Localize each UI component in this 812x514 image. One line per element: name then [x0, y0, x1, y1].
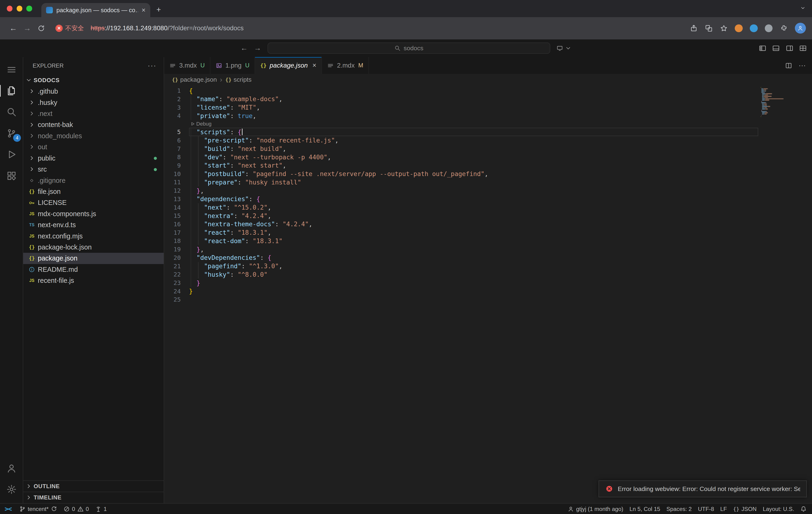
toggle-panel-icon[interactable]	[772, 44, 780, 52]
code-line-20[interactable]: 20 "devDependencies": {	[164, 253, 758, 262]
account-icon[interactable]	[0, 458, 23, 479]
back-button[interactable]: ←	[6, 24, 20, 33]
line-number[interactable]: 12	[164, 187, 189, 194]
split-editor-icon[interactable]	[785, 62, 792, 69]
editor-tab-package.json[interactable]: {}package.json×	[255, 57, 322, 74]
toggle-secondary-sidebar-icon[interactable]	[786, 44, 793, 52]
editor-tab-2.mdx[interactable]: 2.mdxM	[322, 57, 369, 74]
line-number[interactable]: 24	[164, 288, 189, 295]
more-actions-icon[interactable]: ···	[799, 62, 806, 69]
window-minimize-button[interactable]	[17, 6, 22, 11]
line-number[interactable]: 13	[164, 195, 189, 203]
status-git-branch[interactable]: tencent*	[16, 504, 60, 514]
status-indentation[interactable]: Spaces: 2	[663, 504, 695, 514]
browser-tab[interactable]: package.json — sodocs — co… ×	[41, 3, 150, 17]
codelens[interactable]: Debug	[164, 120, 758, 128]
tree-item-recent-file.js[interactable]: JSrecent-file.js	[23, 275, 164, 286]
line-number[interactable]: 7	[164, 145, 189, 152]
forward-button[interactable]: →	[20, 24, 34, 33]
search-sidebar-icon[interactable]	[0, 101, 23, 122]
breadcrumb-item[interactable]: {}scripts	[225, 76, 252, 83]
line-number[interactable]: 22	[164, 271, 189, 278]
security-chip[interactable]: ✕ 不安全	[55, 24, 84, 32]
tree-item-.next[interactable]: .next	[23, 108, 164, 119]
code-line-18[interactable]: 18 "react-dom": "18.3.1"	[164, 237, 758, 245]
explorer-icon[interactable]	[0, 80, 23, 101]
tree-item-mdx-components.js[interactable]: JSmdx-components.js	[23, 208, 164, 219]
status-ports[interactable]: 1	[92, 504, 110, 514]
code-line-21[interactable]: 21 "pagefind": "^1.3.0",	[164, 262, 758, 270]
line-number[interactable]: 2	[164, 95, 189, 102]
extension-icon[interactable]	[765, 24, 773, 32]
breadcrumb-item[interactable]: {}package.json	[172, 76, 217, 83]
tree-item-package.json[interactable]: {}package.json	[23, 253, 164, 264]
code-line-15[interactable]: 15 "nextra": "4.2.4",	[164, 211, 758, 220]
code-editor[interactable]: 1{2 "name": "example-docs",3 "license": …	[164, 85, 812, 503]
line-number[interactable]: 11	[164, 179, 189, 186]
source-control-icon[interactable]: 4	[0, 123, 23, 144]
line-number[interactable]: 16	[164, 221, 189, 228]
tree-item-file.json[interactable]: {}file.json	[23, 186, 164, 197]
menu-icon[interactable]	[0, 59, 23, 80]
code-line-22[interactable]: 22 "husky": "^8.0.0"	[164, 270, 758, 279]
status-git-blame[interactable]: gtjyj (1 month ago)	[564, 504, 627, 514]
tree-item-.husky[interactable]: .husky	[23, 97, 164, 108]
window-close-button[interactable]	[7, 6, 12, 11]
code-line-10[interactable]: 10 "postbuild": "pagefind --site .next/s…	[164, 170, 758, 178]
code-line-25[interactable]: 25	[164, 296, 758, 304]
bookmark-star-icon[interactable]	[720, 24, 728, 32]
code-line-6[interactable]: 6 "pre-script": "node recent-file.js",	[164, 136, 758, 145]
code-line-1[interactable]: 1{	[164, 86, 758, 95]
tree-item-README.md[interactable]: README.md	[23, 264, 164, 275]
extensions-icon[interactable]	[0, 165, 23, 186]
tree-item-package-lock.json[interactable]: {}package-lock.json	[23, 242, 164, 253]
address-bar[interactable]: https://192.168.1.249:8080/?folder=/root…	[91, 24, 244, 32]
code-line-11[interactable]: 11 "prepare": "husky install"	[164, 178, 758, 187]
line-number[interactable]: 14	[164, 204, 189, 211]
code-line-4[interactable]: 4 "private": true,	[164, 112, 758, 120]
notification-toast[interactable]: Error loading webview: Error: Could not …	[599, 480, 807, 497]
code-line-12[interactable]: 12 },	[164, 186, 758, 195]
extensions-puzzle-icon[interactable]	[780, 24, 788, 32]
tree-item-public[interactable]: public	[23, 153, 164, 164]
minimap[interactable]	[761, 87, 806, 119]
translate-icon[interactable]	[705, 24, 713, 32]
line-number[interactable]: 6	[164, 137, 189, 144]
tab-close-icon[interactable]: ×	[142, 6, 146, 14]
run-debug-icon[interactable]	[0, 144, 23, 165]
profile-avatar[interactable]	[795, 23, 806, 34]
status-encoding[interactable]: UTF-8	[695, 504, 717, 514]
tab-search-chevron-icon[interactable]	[800, 5, 806, 11]
code-line-7[interactable]: 7 "build": "next build",	[164, 145, 758, 153]
timeline-section[interactable]: TIMELINE	[23, 492, 164, 503]
share-icon[interactable]	[690, 24, 698, 32]
tree-item-out[interactable]: out	[23, 142, 164, 153]
line-number[interactable]: 15	[164, 212, 189, 219]
line-number[interactable]: 18	[164, 237, 189, 244]
editor-forward-icon[interactable]: →	[254, 44, 261, 52]
tree-root-sodocs[interactable]: SODOCS	[23, 74, 164, 86]
line-number[interactable]: 5	[164, 128, 189, 135]
status-problems[interactable]: 00	[60, 504, 92, 514]
command-center-search[interactable]: sodocs	[267, 42, 550, 54]
code-line-16[interactable]: 16 "nextra-theme-docs": "4.2.4",	[164, 220, 758, 229]
line-number[interactable]: 8	[164, 153, 189, 160]
line-number[interactable]: 25	[164, 296, 189, 303]
toggle-sidebar-icon[interactable]	[759, 44, 766, 52]
editor-tab-3.mdx[interactable]: 3.mdxU	[164, 57, 210, 74]
code-line-24[interactable]: 24}	[164, 287, 758, 296]
status-remote-indicator[interactable]: ><	[0, 504, 16, 514]
outline-section[interactable]: OUTLINE	[23, 480, 164, 492]
tree-item-next-env.d.ts[interactable]: TSnext-env.d.ts	[23, 219, 164, 231]
status-language-mode[interactable]: {}JSON	[730, 504, 760, 514]
code-line-9[interactable]: 9 "start": "next start",	[164, 161, 758, 170]
line-number[interactable]: 19	[164, 246, 189, 253]
tree-item-.github[interactable]: .github	[23, 86, 164, 97]
line-number[interactable]: 20	[164, 254, 189, 261]
window-zoom-button[interactable]	[26, 6, 32, 11]
tree-item-next.config.mjs[interactable]: JSnext.config.mjs	[23, 231, 164, 242]
settings-gear-icon[interactable]	[0, 479, 23, 500]
tree-item-.gitignore[interactable]: .gitignore	[23, 175, 164, 186]
editor-back-icon[interactable]: ←	[240, 44, 248, 52]
remote-menu[interactable]	[556, 45, 572, 52]
